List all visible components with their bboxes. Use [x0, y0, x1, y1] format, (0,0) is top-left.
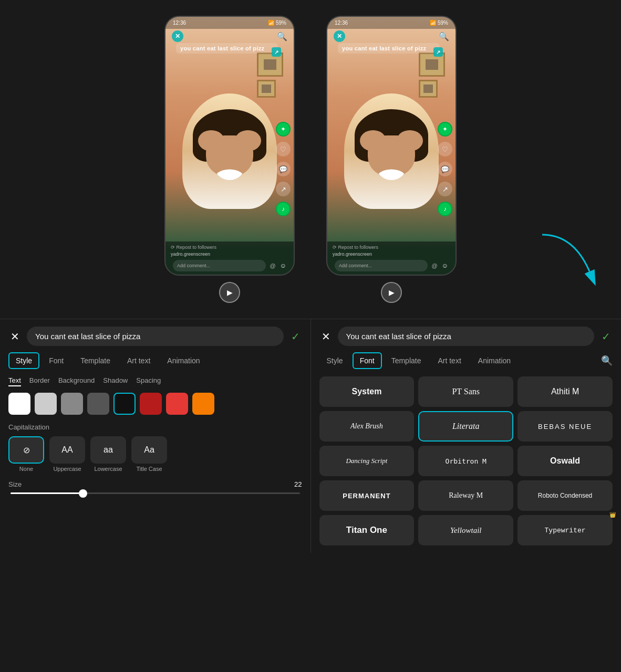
swatch-black[interactable]: [113, 393, 136, 415]
sub-tab-background[interactable]: Background: [58, 376, 95, 386]
cap-uppercase[interactable]: AA Uppercase: [49, 436, 85, 472]
sub-tab-text[interactable]: Text: [8, 376, 21, 386]
swatch-gray[interactable]: [61, 393, 83, 415]
phone-right-comment-bar: Add comment... @ ☺: [333, 260, 450, 271]
left-check-button[interactable]: ✓: [289, 328, 302, 345]
left-close-button[interactable]: ✕: [8, 328, 22, 345]
font-search-icon[interactable]: 🔍: [601, 355, 613, 366]
font-bebas[interactable]: BEBAS NEUE: [518, 411, 613, 442]
cap-none-label: None: [19, 466, 33, 472]
sub-tab-border[interactable]: Border: [29, 376, 50, 386]
phone-left-container: 12:36 📶 59% ← 🔍 ✕ you cant eat last slic…: [164, 16, 295, 303]
swatch-light-gray[interactable]: [35, 393, 57, 415]
tab-template-right[interactable]: Template: [384, 352, 429, 369]
font-alexbrush[interactable]: Alex Brush: [319, 411, 415, 442]
phone-right-container: 12:36 📶 59% ← 🔍 ✕ you cant eat last slic…: [326, 16, 457, 303]
tab-style-right[interactable]: Style: [319, 352, 350, 369]
bottom-editor-section: ✕ ✓ Style Font Template Art text Animati…: [0, 319, 621, 553]
right-check-button[interactable]: ✓: [599, 328, 613, 345]
font-roboto[interactable]: Roboto Condensed: [518, 480, 613, 511]
phone-left-status-bar: 12:36 📶 59%: [165, 17, 294, 29]
phone-right-resize-handle[interactable]: ↗: [433, 47, 443, 57]
phone-left-green-icon-2: ♪: [276, 202, 291, 216]
phone-right-username: yadro.greenscreen: [333, 251, 450, 257]
size-slider-thumb[interactable]: [79, 489, 87, 498]
phone-right-person: [333, 69, 450, 233]
phone-left-comment-input[interactable]: Add comment...: [173, 260, 266, 271]
sub-tab-spacing[interactable]: Spacing: [136, 376, 161, 386]
font-typewriter[interactable]: Typewriter: [518, 515, 613, 545]
tab-font-right[interactable]: Font: [353, 352, 382, 369]
right-editor-panel: ✕ ✓ Style Font Template Art text Animati…: [311, 319, 622, 553]
tab-template-left[interactable]: Template: [73, 352, 118, 369]
swatch-orange[interactable]: [192, 393, 214, 415]
font-permanent[interactable]: PERMANENT: [319, 480, 415, 511]
phone-left-close-overlay[interactable]: ✕: [172, 30, 183, 42]
font-yellowtail[interactable]: Yellowtail: [418, 515, 513, 545]
phone-right-repost: ⟳ Repost to followers: [333, 245, 450, 250]
phone-left-search-icon[interactable]: 🔍: [277, 32, 287, 41]
cap-none-symbol: ⊘: [23, 445, 30, 455]
phone-right-comment-input[interactable]: Add comment...: [335, 260, 428, 271]
phone-right-close-overlay[interactable]: ✕: [334, 30, 345, 42]
tab-animation-left[interactable]: Animation: [160, 352, 207, 369]
phone-right-text-overlay[interactable]: ✕ you cant eat last slice of pizz ↗: [338, 43, 440, 54]
tab-style-left[interactable]: Style: [8, 352, 39, 369]
cap-lowercase-btn[interactable]: aa: [90, 436, 126, 464]
phone-right-comment-placeholder: Add comment...: [339, 263, 372, 268]
font-literata[interactable]: Literata: [418, 411, 513, 442]
phone-right-search-icon[interactable]: 🔍: [439, 32, 449, 41]
right-text-input[interactable]: [338, 327, 595, 346]
phone-right-play-button[interactable]: ▶: [381, 282, 402, 303]
right-text-input-bar: ✕ ✓: [319, 327, 613, 346]
phone-right-frame: 12:36 📶 59% ← 🔍 ✕ you cant eat last slic…: [326, 16, 457, 276]
capitalization-label: Capitalization: [8, 423, 302, 431]
phone-left-like-icon: ♡: [276, 142, 291, 156]
swatch-white[interactable]: [8, 393, 30, 415]
tab-arttext-right[interactable]: Art text: [430, 352, 468, 369]
size-slider-track[interactable]: [11, 492, 300, 494]
phone-right-icons: 📶 59%: [430, 20, 448, 26]
phone-left-text-overlay[interactable]: ✕ you cant eat last slice of pizz ↗: [176, 43, 278, 54]
swatch-red[interactable]: [166, 393, 188, 415]
tab-arttext-left[interactable]: Art text: [120, 352, 158, 369]
font-oswald[interactable]: Oswald: [518, 446, 613, 476]
font-orbitron[interactable]: Orbitron M: [418, 446, 513, 476]
size-label: Size: [8, 480, 289, 488]
phone-left-content: 12:36 📶 59% ← 🔍 ✕ you cant eat last slic…: [165, 17, 294, 275]
cap-lowercase[interactable]: aa Lowercase: [90, 436, 126, 472]
font-grid: System PT Sans Athiti M Alex Brush Liter…: [319, 376, 613, 545]
cap-none-btn[interactable]: ⊘: [8, 436, 44, 464]
font-system[interactable]: System: [319, 376, 415, 407]
phone-left-time: 12:36: [173, 20, 186, 26]
cap-none[interactable]: ⊘ None: [8, 436, 44, 472]
phone-right-top-bar: ← 🔍: [327, 28, 456, 45]
phone-left-comment-icon: 💬: [276, 162, 291, 176]
font-titan[interactable]: Titan One: [319, 515, 415, 545]
cap-uppercase-label: Uppercase: [53, 466, 81, 472]
left-editor-panel: ✕ ✓ Style Font Template Art text Animati…: [0, 319, 311, 553]
left-sub-tabs: Text Border Background Shadow Spacing: [8, 376, 302, 386]
phone-right-like-icon: ♡: [438, 142, 452, 156]
font-dancing[interactable]: Dancing Script: [319, 446, 415, 476]
cap-title[interactable]: Aa Title Case: [131, 436, 167, 472]
phone-right-emoji-icon: ☺: [442, 262, 448, 269]
cap-uppercase-symbol: AA: [61, 445, 73, 455]
cap-title-btn[interactable]: Aa: [131, 436, 167, 464]
tab-animation-right[interactable]: Animation: [471, 352, 518, 369]
left-text-input[interactable]: [27, 327, 284, 346]
size-slider-fill: [11, 492, 83, 494]
cap-lowercase-symbol: aa: [104, 445, 113, 455]
font-raleway[interactable]: Raleway M: [418, 480, 513, 511]
phone-left-play-button[interactable]: ▶: [219, 282, 240, 303]
cap-uppercase-btn[interactable]: AA: [49, 436, 85, 464]
font-ptsans[interactable]: PT Sans: [418, 376, 513, 407]
color-swatches: [8, 393, 302, 415]
sub-tab-shadow[interactable]: Shadow: [103, 376, 128, 386]
tab-font-left[interactable]: Font: [42, 352, 71, 369]
swatch-dark-red[interactable]: [140, 393, 162, 415]
right-close-button[interactable]: ✕: [319, 328, 333, 345]
font-athiti[interactable]: Athiti M: [518, 376, 613, 407]
swatch-dark-gray[interactable]: [87, 393, 109, 415]
phone-left-resize-handle[interactable]: ↗: [272, 47, 281, 57]
